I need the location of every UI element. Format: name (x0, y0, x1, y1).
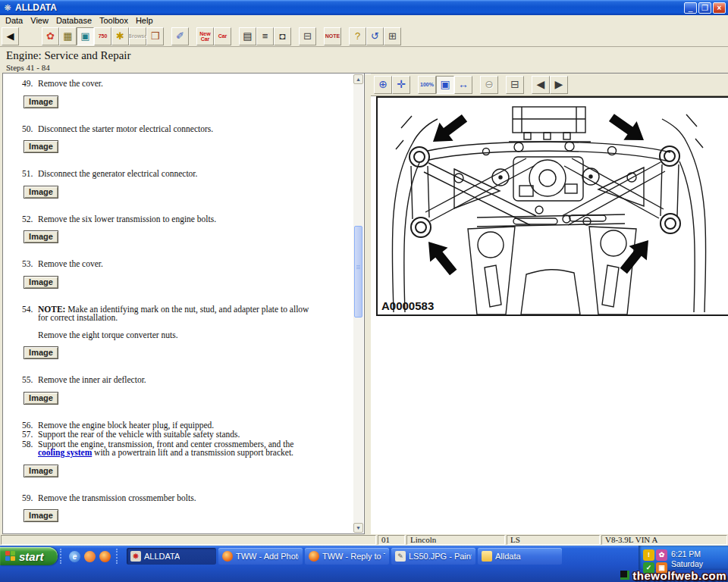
new-car-button[interactable]: New Car (196, 27, 214, 45)
zoom-fit-button[interactable]: ▣ (436, 76, 454, 94)
step-number: 52. (22, 215, 34, 224)
folder-icon (482, 551, 492, 562)
taskbar-handle[interactable] (116, 549, 120, 564)
task-tww-reply-to-topic[interactable]: TWW - Reply to Topic... (305, 548, 389, 565)
pan-button[interactable]: ✛ (392, 76, 410, 94)
start-button[interactable]: start (0, 547, 58, 565)
panel-splitter[interactable] (365, 74, 371, 534)
history-button[interactable]: ↺ (366, 27, 384, 45)
status-field-4: V8-3.9L VIN A (601, 535, 727, 545)
image-button[interactable]: Image (24, 509, 58, 522)
note-button[interactable]: NOTE (324, 27, 341, 45)
step-text-segment: NOTE: (38, 305, 65, 314)
taskbar: start e ❋ALLDATATWW - Add Photos - ...TW… (0, 546, 728, 582)
step-59: 59.Remove the transmission crossmember b… (3, 494, 353, 503)
status-field-1: 01 (378, 535, 405, 545)
report-list-icon: ▤ (243, 31, 252, 41)
print-image-icon: ⊟ (510, 80, 519, 89)
car-transfer-button[interactable]: Car (214, 27, 231, 45)
fax-button[interactable]: ⊞ (384, 27, 401, 45)
camera-button[interactable]: ◘ (274, 27, 291, 45)
step-57: 57.Support the rear of the vehicle with … (3, 430, 353, 440)
book-button[interactable]: ❒ (146, 27, 164, 45)
restore-button[interactable]: ❐ (698, 2, 711, 14)
step-text-segment: Remove the cover. (38, 259, 103, 268)
help-button[interactable]: ? (349, 27, 366, 45)
camera-icon: ◘ (280, 31, 286, 41)
quick-launch-browser-icon[interactable]: e (69, 551, 80, 562)
main-toolbar: ◀✿▦▣750✱Browse❒✐New CarCar▤≡◘⊟NOTE?↺⊞ (0, 26, 728, 47)
image-button[interactable]: Image (24, 186, 58, 199)
new-car-icon: New Car (199, 31, 210, 42)
text-view-icon: ≡ (262, 31, 268, 41)
zoom-in-button[interactable]: ⊕ (374, 76, 392, 94)
menu-bar: DataViewDatabaseToolboxHelp (0, 15, 728, 26)
print-image-button[interactable]: ⊟ (506, 76, 524, 94)
menu-database[interactable]: Database (52, 15, 96, 26)
menu-data[interactable]: Data (2, 15, 27, 26)
image-button[interactable]: Image (24, 140, 58, 153)
step-55: 55.Remove the inner air deflector. (3, 376, 353, 385)
task-alldata-folder[interactable]: Alldata (478, 548, 562, 565)
tray-shield-icon[interactable]: ! (643, 549, 654, 561)
windows-flag-icon (5, 551, 16, 562)
step-text-segment: Support the rear of the vehicle with sui… (38, 430, 240, 439)
quick-launch-handle[interactable] (60, 549, 64, 564)
window-controls: _ ❐ × (684, 2, 726, 14)
image-button[interactable]: Image (24, 465, 58, 477)
step-text: Disconnect the generator electrical conn… (38, 170, 197, 179)
vertical-scrollbar[interactable]: ▲ ▼ (353, 74, 363, 533)
monitor-750-button[interactable]: 750 (94, 27, 111, 45)
close-button[interactable]: × (713, 2, 726, 14)
clock[interactable]: 6:21 PM Saturday (671, 549, 703, 570)
image-button[interactable]: Image (24, 392, 58, 405)
next-image-button[interactable]: ▶ (550, 76, 568, 94)
back-button[interactable]: ◀ (2, 27, 19, 45)
image-button[interactable]: Image (24, 276, 58, 289)
print-button[interactable]: ⊟ (299, 27, 316, 45)
step-number: 59. (22, 494, 34, 503)
report-list-button[interactable]: ▤ (239, 27, 256, 45)
gear-clock-button[interactable]: ✱ (111, 27, 129, 45)
image-button[interactable]: Image (24, 230, 58, 243)
scroll-up-button[interactable]: ▲ (353, 74, 363, 84)
fit-width-button[interactable]: ↔ (454, 76, 472, 94)
step-53: 53.Remove the cover. (3, 260, 353, 269)
step-56: 56.Remove the engine block heater plug, … (3, 421, 353, 430)
back-icon: ◀ (7, 31, 14, 41)
image-button[interactable]: Image (24, 95, 58, 108)
quick-launch-firefox-icon[interactable] (99, 551, 111, 562)
content-area: 49.Remove the cover.Image50.Disconnect t… (2, 73, 728, 534)
step-text: Remove the cover. (38, 260, 103, 269)
cooling-system-link[interactable]: cooling system (38, 448, 92, 457)
task-tww-add-photos[interactable]: TWW - Add Photos - ... (218, 548, 303, 565)
menu-view[interactable]: View (27, 15, 52, 26)
pc-repair-button[interactable]: ▣ (77, 27, 94, 45)
step-58: 58.Support the engine, transmission, fro… (3, 440, 353, 458)
toolbox-button[interactable]: ▦ (59, 27, 77, 45)
spray-tool-button[interactable]: ✐ (171, 27, 189, 45)
mascot-button[interactable]: ✿ (42, 27, 59, 45)
minimize-button[interactable]: _ (684, 2, 697, 14)
scroll-thumb[interactable] (354, 226, 362, 318)
app-icon: ❋ (2, 2, 13, 13)
menu-toolbox[interactable]: Toolbox (96, 15, 132, 26)
scroll-down-button[interactable]: ▼ (353, 523, 363, 533)
step-52: 52.Remove the six lower transmission to … (3, 215, 353, 224)
step-text-segment: Remove the inner air deflector. (38, 375, 146, 384)
quick-launch-orange-icon[interactable] (84, 551, 96, 562)
image-button[interactable]: Image (24, 346, 58, 359)
menu-help[interactable]: Help (132, 15, 157, 26)
zoom-100-button[interactable]: 100% (418, 76, 436, 94)
task-ls50-jpg-paint[interactable]: ✎LS50.JPG - Paint (391, 548, 475, 565)
task-alldata[interactable]: ❋ALLDATA (127, 548, 216, 565)
text-view-button[interactable]: ≡ (256, 27, 274, 45)
step-text: Remove the six lower transmission to eng… (38, 215, 216, 224)
prev-image-button[interactable]: ◀ (532, 76, 550, 94)
step-number: 49. (22, 80, 34, 89)
car-transfer-icon: Car (218, 33, 228, 39)
step-text-segment: Support the engine, transmission, front … (38, 440, 293, 449)
book-icon: ❒ (151, 31, 160, 41)
print-icon: ⊟ (303, 31, 312, 41)
tray-pinwheel-icon[interactable]: ✿ (656, 549, 667, 561)
